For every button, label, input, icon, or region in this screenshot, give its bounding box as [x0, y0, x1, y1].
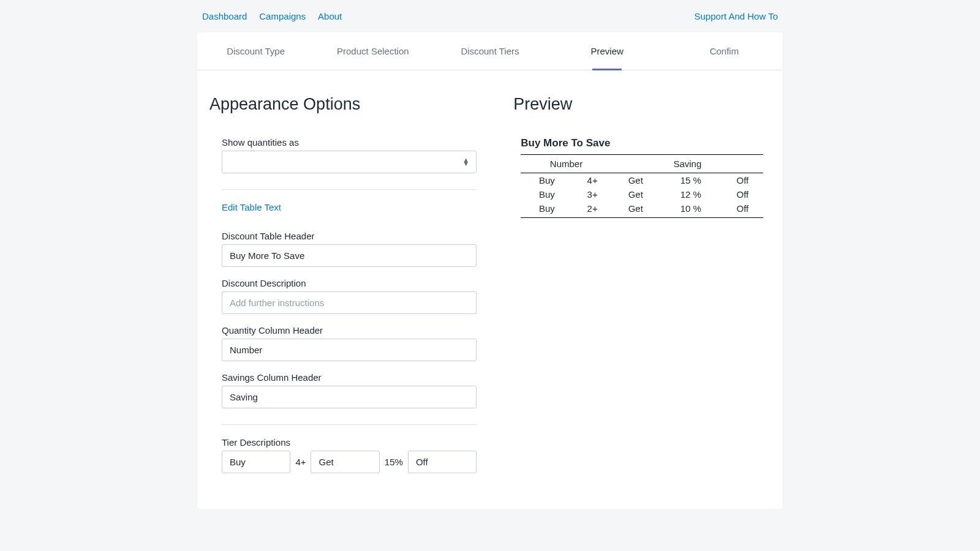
top-nav-left: Dashboard Campaigns About: [202, 11, 352, 21]
nav-support[interactable]: Support And How To: [695, 11, 778, 21]
preview-cell-get: Get: [612, 173, 660, 188]
preview-cell-qty: 3+: [573, 187, 612, 201]
appearance-panel: Appearance Options Show quantities as ▲▼…: [209, 95, 507, 484]
edit-table-text-link[interactable]: Edit Table Text: [222, 202, 281, 212]
preview-cell-buy: Buy: [521, 187, 573, 201]
discount-header-input[interactable]: [222, 244, 477, 267]
preview-cell-pct: 15 %: [660, 173, 722, 188]
nav-about[interactable]: About: [318, 11, 342, 21]
preview-row: Buy 2+ Get 10 % Off: [521, 201, 763, 218]
preview-cell-off: Off: [722, 201, 763, 218]
quantity-column-label: Quantity Column Header: [222, 325, 477, 335]
discount-description-input[interactable]: [222, 291, 477, 314]
preview-col-number: Number: [521, 155, 612, 173]
preview-cell-buy: Buy: [521, 201, 573, 218]
wizard-tabs: Discount Type Product Selection Discount…: [197, 32, 783, 70]
discount-header-label: Discount Table Header: [222, 231, 477, 241]
preview-cell-get: Get: [612, 187, 660, 201]
savings-column-input[interactable]: [222, 386, 477, 408]
tier-row: 4+ 15%: [222, 451, 477, 473]
tier-get-input[interactable]: [311, 451, 379, 473]
savings-column-label: Savings Column Header: [222, 372, 477, 383]
tier-qty-text: 4+: [295, 457, 306, 467]
discount-description-label: Discount Description: [222, 278, 477, 288]
preview-cell-off: Off: [722, 173, 763, 188]
quantity-column-input[interactable]: [222, 339, 477, 361]
tab-confirm[interactable]: Confim: [666, 32, 783, 70]
tier-pct-text: 15%: [385, 457, 403, 467]
show-quantities-select[interactable]: [222, 151, 477, 173]
preview-cell-qty: 2+: [573, 201, 612, 218]
divider: [222, 189, 477, 190]
tab-product-selection[interactable]: Product Selection: [314, 32, 431, 70]
tab-discount-type[interactable]: Discount Type: [197, 32, 314, 70]
preview-table-title: Buy More To Save: [521, 137, 763, 149]
appearance-heading: Appearance Options: [209, 95, 489, 114]
tier-descriptions-label: Tier Descriptions: [222, 437, 477, 448]
top-nav: Dashboard Campaigns About Support And Ho…: [197, 0, 783, 32]
preview-cell-pct: 10 %: [660, 201, 722, 218]
preview-row: Buy 3+ Get 12 % Off: [521, 187, 763, 201]
show-quantities-label: Show quantities as: [222, 137, 477, 148]
tab-preview[interactable]: Preview: [549, 32, 666, 70]
preview-heading: Preview: [513, 95, 771, 114]
preview-cell-buy: Buy: [521, 173, 573, 188]
preview-col-saving: Saving: [612, 155, 763, 173]
tab-discount-tiers[interactable]: Discount Tiers: [431, 32, 548, 70]
content-area: Appearance Options Show quantities as ▲▼…: [197, 70, 783, 509]
main-card: Discount Type Product Selection Discount…: [197, 32, 783, 509]
tier-buy-input[interactable]: [222, 451, 290, 473]
divider: [222, 424, 477, 425]
preview-cell-off: Off: [722, 187, 763, 201]
nav-dashboard[interactable]: Dashboard: [202, 11, 247, 21]
preview-cell-pct: 12 %: [660, 187, 722, 201]
preview-cell-qty: 4+: [573, 173, 612, 188]
preview-table: Number Saving Buy 4+ Get 15 % Off: [521, 154, 763, 218]
tier-off-input[interactable]: [408, 451, 477, 473]
preview-cell-get: Get: [612, 201, 660, 218]
preview-row: Buy 4+ Get 15 % Off: [521, 173, 763, 188]
top-nav-right: Support And How To: [695, 11, 778, 21]
nav-campaigns[interactable]: Campaigns: [259, 11, 306, 21]
preview-panel: Preview Buy More To Save Number Saving: [507, 95, 771, 484]
